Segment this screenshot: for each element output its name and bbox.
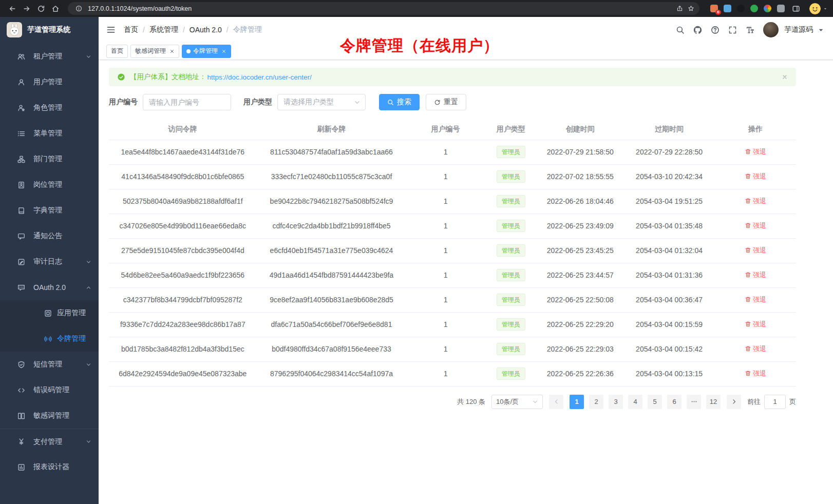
user-name[interactable]: 芋道源码 <box>784 25 813 34</box>
search-icon[interactable] <box>676 26 685 34</box>
sidebar-item-label: 敏感词管理 <box>33 411 69 420</box>
home-icon[interactable] <box>48 2 63 16</box>
force-logout-button[interactable]: 强退 <box>745 172 766 181</box>
sidebar-item[interactable]: OAuth 2.0 <box>0 275 99 300</box>
sidebar-item[interactable]: 岗位管理 <box>0 172 99 198</box>
page-button[interactable]: 3 <box>609 395 623 409</box>
sidebar-item[interactable]: 错误码管理 <box>0 377 99 403</box>
back-icon[interactable] <box>5 2 20 16</box>
user-type-cell: 管理员 <box>485 140 537 164</box>
tab-item[interactable]: 敏感词管理 <box>130 45 179 58</box>
sidebar-item[interactable]: 敏感词管理 <box>0 403 99 429</box>
extension-gray-icon[interactable] <box>777 5 785 12</box>
search-button[interactable]: 搜索 <box>379 94 420 110</box>
sidebar-item[interactable]: 报表设计器 <box>0 454 99 480</box>
refresh-token-cell: be90422b8c7946218275a508bf524fc9 <box>257 189 407 214</box>
sidebar-item-label: 令牌管理 <box>57 334 86 343</box>
user-id-input[interactable] <box>143 94 231 110</box>
tab-label: 首页 <box>111 47 123 55</box>
prev-page-button[interactable] <box>549 395 563 409</box>
sidebar-item[interactable]: 令牌管理 <box>0 326 99 352</box>
page-button[interactable]: 12 <box>706 395 721 409</box>
breadcrumb-item[interactable]: 首页 <box>124 25 138 34</box>
column-header: 创建时间 <box>537 119 624 140</box>
address-bar[interactable]: 127.0.0.1:1024/system/oauth2/token <box>68 2 699 15</box>
user-menu-caret-icon[interactable] <box>817 26 825 34</box>
page-size-select[interactable]: 10条/页 <box>491 395 543 409</box>
user-avatar[interactable] <box>763 22 779 37</box>
extension-multi-icon[interactable] <box>764 5 771 12</box>
star-icon[interactable] <box>685 3 696 14</box>
help-icon[interactable] <box>711 26 720 34</box>
user-id-cell: 1 <box>406 189 485 214</box>
action-cell: 强退 <box>715 312 796 337</box>
page-button[interactable]: 2 <box>589 395 603 409</box>
reset-button[interactable]: 重置 <box>426 94 466 110</box>
trash-icon <box>745 247 751 254</box>
doc-link[interactable]: https://doc.iocoder.cn/user-center/ <box>207 73 312 81</box>
chevron-right-icon <box>731 398 737 405</box>
close-icon[interactable] <box>221 49 226 54</box>
force-logout-button[interactable]: 强退 <box>745 320 766 329</box>
sidebar-item[interactable]: 应用管理 <box>0 300 99 326</box>
sidebar-item[interactable]: 审计日志 <box>0 249 99 275</box>
site-info-icon[interactable] <box>73 3 84 14</box>
force-logout-button[interactable]: 强退 <box>745 246 766 255</box>
table-row: c347026e805e4d99b0d116eae66eda8ccdfc4ce9… <box>109 214 796 238</box>
sidebar-item-label: 短信管理 <box>33 360 62 369</box>
sidebar-item[interactable]: 通知公告 <box>0 223 99 249</box>
create-time-cell: 2022-07-02 18:55:55 <box>537 164 624 189</box>
sidebar-item[interactable]: 短信管理 <box>0 352 99 377</box>
forward-icon[interactable] <box>20 2 34 16</box>
sidebar-item[interactable]: 用户管理 <box>0 69 99 95</box>
force-logout-button[interactable]: 强退 <box>745 147 766 157</box>
side-panel-icon[interactable] <box>789 2 803 16</box>
alert-close-icon[interactable] <box>782 74 788 80</box>
font-size-icon[interactable] <box>746 26 754 34</box>
page-button[interactable]: 5 <box>648 395 662 409</box>
force-logout-button[interactable]: 强退 <box>745 197 766 206</box>
tab-item[interactable]: 令牌管理 <box>182 45 231 58</box>
goto-page-input[interactable] <box>764 395 786 409</box>
force-logout-button[interactable]: 强退 <box>745 369 766 378</box>
fullscreen-icon[interactable] <box>728 26 737 34</box>
more-pages-button[interactable] <box>687 395 701 409</box>
page-button[interactable]: 1 <box>570 395 584 409</box>
next-page-button[interactable] <box>727 395 741 409</box>
hamburger-icon[interactable] <box>106 25 116 34</box>
profile-caret-icon[interactable] <box>823 6 828 11</box>
extension-blue-icon[interactable] <box>724 5 731 12</box>
close-icon[interactable] <box>169 49 175 54</box>
sidebar-item[interactable]: 支付管理 <box>0 429 99 454</box>
action-cell: 强退 <box>715 287 796 312</box>
github-icon[interactable] <box>693 26 702 34</box>
breadcrumb-item[interactable]: 系统管理 <box>149 25 178 34</box>
force-logout-button[interactable]: 强退 <box>745 221 766 230</box>
refresh-icon[interactable] <box>34 2 48 16</box>
extension-dark-icon[interactable] <box>737 5 745 12</box>
share-icon[interactable] <box>674 3 685 14</box>
extension-grid-icon[interactable]: 0 <box>710 5 718 12</box>
force-logout-button[interactable]: 强退 <box>745 270 766 280</box>
browser-toolbar: 127.0.0.1:1024/system/oauth2/token 0 <box>0 0 833 17</box>
browser-profile-avatar[interactable] <box>809 3 821 14</box>
force-logout-button[interactable]: 强退 <box>745 344 766 354</box>
tab-item[interactable]: 首页 <box>106 45 128 58</box>
breadcrumb-item[interactable]: OAuth 2.0 <box>190 26 222 34</box>
app-window: 芋道管理系统 租户管理用户管理角色管理菜单管理部门管理岗位管理字典管理通知公告审… <box>0 17 833 504</box>
app-logo-area[interactable]: 芋道管理系统 <box>0 17 99 43</box>
sidebar-item[interactable]: 租户管理 <box>0 44 99 69</box>
column-header: 操作 <box>715 119 796 140</box>
force-logout-button[interactable]: 强退 <box>745 295 766 304</box>
sidebar-item[interactable]: 字典管理 <box>0 198 99 223</box>
access-token-cell: 275e5de9151045fe87cbdc395e004f4d <box>109 238 257 263</box>
page-button[interactable]: 6 <box>667 395 681 409</box>
sidebar-item[interactable]: 菜单管理 <box>0 121 99 146</box>
user-type-badge: 管理员 <box>497 343 525 355</box>
user-type-select[interactable]: 请选择用户类型 <box>277 94 366 110</box>
browser-nav <box>5 2 63 16</box>
page-button[interactable]: 4 <box>628 395 642 409</box>
extension-green-icon[interactable] <box>750 5 758 12</box>
sidebar-item[interactable]: 部门管理 <box>0 146 99 172</box>
sidebar-item[interactable]: 角色管理 <box>0 95 99 121</box>
